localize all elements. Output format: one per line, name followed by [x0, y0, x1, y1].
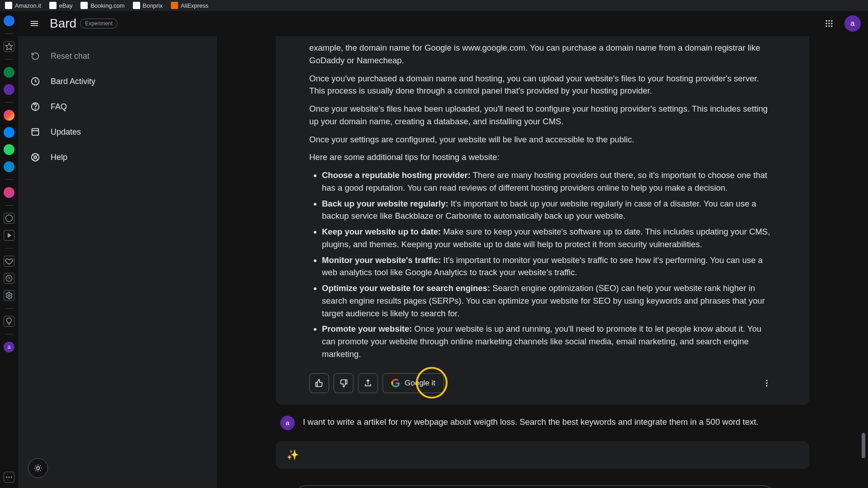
loading-response: ✨ [276, 441, 809, 469]
thumbs-down-icon [339, 379, 348, 388]
app-header: Bard Experiment a [18, 11, 868, 36]
tip-bold: Choose a reputable hosting provider: [322, 170, 471, 180]
tip-item: Promote your website: Once your website … [322, 323, 776, 360]
dock-more-icon[interactable] [4, 472, 14, 483]
apps-grid-button[interactable] [820, 14, 838, 33]
dock-app-icon[interactable] [4, 161, 14, 172]
tip-bold: Back up your website regularly: [322, 199, 448, 208]
sidebar-item-help[interactable]: Help [18, 145, 217, 170]
google-it-label: Google it [405, 379, 435, 388]
menu-button[interactable] [25, 14, 43, 33]
sidebar-item-label: Updates [51, 127, 81, 137]
tip-bold: Keep your website up to date: [322, 227, 441, 236]
dock-heart-icon[interactable] [4, 256, 14, 267]
tip-bold: Monitor your website's traffic: [322, 255, 441, 265]
dock-separator [5, 179, 13, 180]
browser-tab[interactable]: AliExpress [168, 0, 211, 10]
tab-label: Bonprix [143, 2, 163, 9]
dock-star-icon[interactable] [4, 41, 14, 52]
dock-hint-icon[interactable] [4, 316, 14, 327]
tip-item: Optimize your website for search engines… [322, 282, 776, 319]
response-text: Here are some additional tips for hostin… [309, 151, 776, 164]
svg-point-11 [828, 23, 830, 24]
svg-point-22 [37, 467, 40, 470]
dock-separator [5, 308, 13, 309]
dock-separator [5, 205, 13, 206]
svg-point-14 [828, 25, 830, 27]
experiment-badge: Experiment [80, 19, 118, 28]
dock-app-icon[interactable] [4, 127, 14, 138]
svg-point-21 [34, 156, 37, 159]
dock-app-icon[interactable] [4, 187, 14, 198]
sparkle-icon: ✨ [287, 449, 299, 461]
app-title: Bard Experiment [50, 16, 118, 31]
tip-item: Back up your website regularly: It's imp… [322, 197, 776, 223]
svg-point-18 [35, 108, 36, 109]
svg-point-8 [828, 20, 830, 22]
input-row [276, 483, 809, 488]
response-text: Once you've purchased a domain name and … [309, 72, 776, 98]
prompt-input[interactable] [294, 485, 776, 488]
browser-tab[interactable]: Bonprix [130, 0, 165, 10]
sidebar-item-label: Help [51, 153, 67, 162]
dock-app-icon[interactable] [4, 110, 14, 121]
dock-play-icon[interactable] [4, 230, 14, 241]
tip-item: Keep your website up to date: Make sure … [322, 225, 776, 251]
svg-point-9 [831, 20, 832, 22]
svg-point-1 [6, 215, 13, 222]
sidebar-item-label: FAQ [51, 102, 67, 112]
scrollbar-thumb[interactable] [862, 433, 865, 458]
dock-separator [5, 248, 13, 249]
svg-rect-19 [32, 129, 39, 136]
dock-avatar-icon[interactable]: a [4, 342, 14, 352]
dock-app-icon[interactable] [4, 15, 14, 26]
avatar[interactable]: a [844, 15, 861, 32]
thumbs-down-button[interactable] [334, 373, 354, 393]
dock-clock-icon[interactable] [4, 273, 14, 284]
tab-label: Booking.com [90, 2, 124, 9]
app-title-text: Bard [50, 16, 76, 31]
sidebar-item-label: Bard Activity [51, 77, 95, 86]
share-button[interactable] [358, 373, 378, 393]
dock-separator [5, 334, 13, 334]
tip-bold: Promote your website: [322, 324, 412, 333]
dock-app-icon[interactable] [4, 67, 14, 78]
dock-separator [5, 102, 13, 103]
svg-point-25 [766, 385, 767, 386]
dock-gear-icon[interactable] [4, 290, 14, 301]
svg-marker-0 [6, 43, 13, 50]
thumbs-up-button[interactable] [309, 373, 329, 393]
conversation-area: example, the domain name for Google is w… [217, 36, 868, 488]
tip-item: Monitor your website's traffic: It's imp… [322, 254, 776, 279]
dock-app-icon[interactable] [4, 84, 14, 95]
share-icon [363, 379, 373, 388]
browser-tab[interactable]: Booking.com [78, 0, 127, 10]
user-avatar: a [280, 416, 295, 430]
sidebar-item-faq[interactable]: FAQ [18, 94, 217, 119]
theme-toggle-button[interactable] [28, 458, 48, 478]
dock-app-icon[interactable] [4, 144, 14, 155]
browser-tab[interactable]: eBay [47, 0, 75, 10]
faq-icon [29, 100, 42, 113]
activity-icon [29, 75, 42, 88]
more-options-button[interactable] [758, 374, 776, 392]
menu-icon [29, 19, 39, 28]
response-text: Once your settings are configured, your … [309, 133, 776, 146]
sidebar-item-updates[interactable]: Updates [18, 119, 217, 145]
sidebar-item-reset-chat[interactable]: Reset chat [18, 43, 217, 69]
google-logo-icon [391, 379, 400, 388]
app-body: Reset chat Bard Activity FAQ Updates Hel… [18, 36, 868, 488]
tip-item: Choose a reputable hosting provider: The… [322, 169, 776, 194]
svg-point-10 [826, 23, 827, 24]
svg-point-12 [831, 23, 832, 24]
sidebar-item-activity[interactable]: Bard Activity [18, 69, 217, 94]
tab-label: Amazon.it [15, 2, 41, 9]
response-text: Once your website's files have been uplo… [309, 103, 776, 128]
response-actions: Google it [309, 373, 776, 393]
dock-play-icon[interactable] [4, 213, 14, 224]
svg-point-6 [11, 477, 12, 478]
reset-icon [29, 50, 42, 62]
browser-tab[interactable]: Amazon.it [2, 0, 44, 10]
google-it-button[interactable]: Google it [382, 373, 444, 393]
tab-label: AliExpress [181, 2, 208, 9]
